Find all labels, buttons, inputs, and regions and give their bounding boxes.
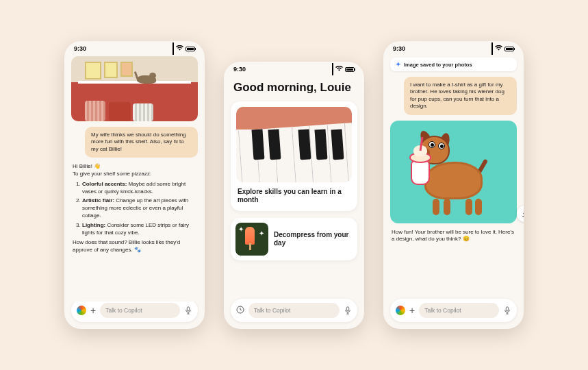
chat-input[interactable]: Talk to Copilot (100, 303, 180, 318)
sparkle-icon: ✦ (396, 61, 401, 68)
plus-icon[interactable]: + (90, 305, 96, 316)
list-item: Lighting: Consider some LED strips or fa… (82, 222, 196, 237)
chat-input[interactable]: Talk to Copilot (419, 303, 499, 318)
mic-icon[interactable] (184, 306, 192, 314)
card-image-popsicle: ✦ ✦ (235, 223, 268, 256)
card-title: Explore skills you can learn in a month (236, 182, 352, 206)
assistant-outro: How does that sound? Billie looks like t… (73, 239, 196, 254)
assistant-message: How fun! Your brother will be sure to lo… (390, 223, 517, 249)
assistant-greeting: Hi Billie! 👋 (73, 163, 196, 171)
chat-content: ✦ Image saved to your photos I want to m… (383, 56, 524, 295)
wifi-icon (495, 45, 502, 52)
svg-rect-2 (346, 307, 348, 311)
plus-icon[interactable]: + (409, 305, 415, 316)
suggestion-card-decompress[interactable]: ✦ ✦ Decompress from your day (231, 218, 357, 260)
phone-mockup-1: 9:30 My wife thinks we should do somethi… (64, 41, 205, 329)
phone-mockup-3: 9:30 ✦ Image saved to your photos I want… (383, 41, 524, 329)
copilot-icon[interactable] (396, 306, 405, 315)
status-time: 9:30 (233, 66, 246, 73)
signal-icon (332, 63, 333, 75)
chat-content: My wife thinks we should do something mo… (64, 56, 205, 295)
list-item: Colorful accents: Maybe add some bright … (82, 181, 196, 196)
input-bar: Talk to Copilot (231, 299, 357, 322)
svg-rect-3 (506, 307, 508, 311)
input-placeholder: Talk to Copilot (254, 307, 290, 314)
battery-icon (186, 47, 195, 51)
suggestion-list: Colorful accents: Maybe add some bright … (73, 181, 196, 237)
history-icon[interactable] (236, 304, 244, 317)
battery-icon (345, 67, 355, 72)
uploaded-image-shelf (71, 56, 198, 121)
svg-rect-0 (187, 307, 189, 311)
home-content: Good morning, Louie Explore skills you c… (224, 77, 364, 295)
status-bar: 9:30 (224, 62, 364, 77)
mic-icon[interactable] (503, 306, 511, 314)
mic-icon[interactable] (344, 306, 352, 314)
copilot-icon[interactable] (77, 306, 86, 315)
toast-text: Image saved to your photos (404, 62, 472, 68)
user-message: I want to make a t-shirt as a gift for m… (404, 77, 517, 115)
wifi-icon (176, 45, 183, 52)
generated-image-dog (390, 121, 517, 223)
greeting-heading: Good morning, Louie (231, 77, 357, 101)
status-icons (172, 42, 195, 55)
battery-icon (504, 47, 514, 51)
input-bar: + Talk to Copilot (390, 299, 517, 322)
user-message: My wife thinks we should do something mo… (85, 127, 198, 158)
status-time: 9:30 (74, 45, 86, 52)
assistant-intro: To give your shelf some pizzazz: (73, 171, 196, 178)
toast-notification: ✦ Image saved to your photos (390, 58, 517, 71)
signal-icon (172, 42, 174, 55)
input-placeholder: Talk to Copilot (424, 307, 461, 314)
status-icons (332, 63, 355, 75)
wifi-icon (335, 66, 343, 73)
assistant-message: Hi Billie! 👋 To give your shelf some piz… (71, 163, 198, 254)
suggestion-card-skills[interactable]: Explore skills you can learn in a month (231, 101, 357, 211)
status-bar: 9:30 (64, 41, 205, 56)
signal-icon (491, 42, 493, 55)
status-icons (491, 42, 514, 55)
status-bar: 9:30 (383, 41, 524, 56)
card-title: Decompress from your day (274, 231, 353, 247)
phone-mockup-2: 9:30 Good morning, Louie Explore skills … (224, 62, 364, 329)
input-placeholder: Talk to Copilot (105, 307, 142, 314)
input-bar: + Talk to Copilot (71, 299, 198, 322)
card-image-piano (236, 107, 352, 182)
list-item: Artistic flair: Change up the art pieces… (82, 197, 196, 219)
chat-input[interactable]: Talk to Copilot (248, 303, 340, 318)
status-time: 9:30 (393, 45, 405, 52)
